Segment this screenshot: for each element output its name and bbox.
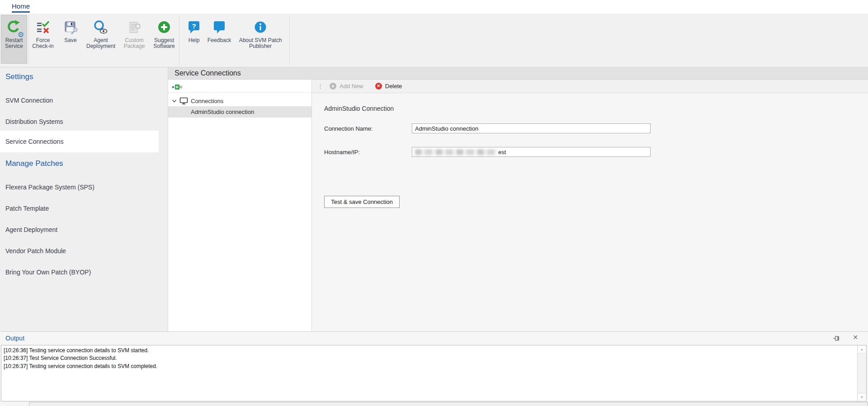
ribbon-separator	[28, 15, 29, 65]
button-label: RestartService	[5, 38, 23, 49]
ribbon-tab-row: Home	[0, 0, 868, 14]
agent-deployment-button[interactable]: AgentDeployment	[84, 15, 118, 64]
output-header: Output ✕	[0, 332, 868, 345]
log-line: [10:26:36] Testing service connection de…	[4, 347, 864, 354]
tab-home-label: Home	[12, 2, 30, 10]
monitor-icon	[179, 97, 188, 104]
force-checkin-button[interactable]: ForceCheck-in	[29, 15, 57, 64]
toolbar-grip-handle[interactable]: ⋮	[317, 83, 323, 90]
connection-detail-panel: ⋮ + Add New ✕ Delete AdminStudio Connect…	[312, 80, 868, 331]
gear-icon: ⚙	[18, 31, 24, 38]
button-label: Help	[189, 38, 200, 43]
content-area: Service Connections ABC Connections Admi…	[168, 67, 868, 331]
button-label: AgentDeployment	[86, 38, 115, 49]
button-label: Save	[64, 38, 76, 43]
output-title: Output	[5, 335, 24, 342]
save-icon	[63, 18, 78, 38]
output-panel: Output ✕ [10:26:36] Testing service conn…	[0, 331, 868, 406]
custom-package-icon	[127, 18, 142, 38]
sidebar-item-vendor-patch-module[interactable]: Vendor Patch Module	[0, 244, 159, 258]
add-icon: +	[330, 83, 336, 90]
delete-button[interactable]: ✕ Delete	[375, 83, 402, 90]
tab-home[interactable]: Home	[8, 1, 33, 13]
info-icon	[253, 18, 268, 38]
tab-home-underline	[12, 11, 30, 13]
log-line: [10:26:37] Testing service connection de…	[4, 363, 864, 370]
page-title: Service Connections	[168, 67, 868, 80]
tree-filter-row[interactable]: ABC	[168, 81, 311, 93]
button-label: About SVM PatchPublisher	[239, 38, 282, 49]
ribbon-separator	[179, 15, 179, 65]
connection-name-input[interactable]	[412, 123, 651, 133]
button-label: Feedback	[208, 38, 231, 43]
sidebar-item-patch-template[interactable]: Patch Template	[0, 202, 159, 215]
auto-hide-pin-icon[interactable]	[833, 335, 840, 344]
sidebar-item-service-connections[interactable]: Service Connections	[0, 131, 159, 152]
connection-name-row: Connection Name:	[324, 123, 868, 133]
output-log[interactable]: [10:26:36] Testing service connection de…	[1, 345, 867, 401]
button-label: ForceCheck-in	[32, 38, 53, 49]
test-and-save-connection-button[interactable]: Test & save Connection	[324, 196, 400, 208]
suggest-software-button[interactable]: SuggestSoftware	[151, 15, 178, 64]
log-line: [10:26:37] Test Service Connection Succe…	[4, 354, 864, 362]
add-new-button: + Add New	[330, 83, 363, 90]
tree-node-connections[interactable]: Connections	[168, 95, 311, 106]
sidebar: Settings SVM Connection Distribution Sys…	[0, 67, 168, 331]
agent-deployment-icon	[93, 18, 109, 38]
save-button[interactable]: Save	[58, 15, 83, 64]
tree-node-label: AdminStudio connection	[191, 109, 254, 115]
ribbon-body: ⚙ RestartService ForceCheck-in	[0, 14, 868, 67]
connection-name-label: Connection Name:	[324, 125, 412, 132]
svg-text:?: ?	[192, 22, 196, 30]
help-button[interactable]: ? Help	[183, 15, 205, 64]
restart-service-icon: ⚙	[6, 18, 22, 38]
chevron-down-icon[interactable]	[172, 99, 177, 103]
detail-form: AdminStudio Connection Connection Name: …	[312, 105, 868, 208]
sidebar-item-agent-deployment[interactable]: Agent Deployment	[0, 223, 159, 236]
ribbon: Home ⚙ RestartService	[0, 0, 868, 67]
sidebar-heading-manage-patches: Manage Patches	[5, 159, 63, 168]
output-horizontal-scrollbar[interactable]	[29, 402, 868, 406]
sidebar-item-svm-connection[interactable]: SVM Connection	[0, 94, 159, 107]
connection-detail-title: AdminStudio Connection	[324, 105, 868, 112]
tree-node-adminstudio-connection[interactable]: AdminStudio connection	[168, 106, 311, 118]
scroll-down-icon[interactable]: ▼	[858, 393, 866, 401]
hostname-row: Hostname/IP: est	[324, 147, 868, 157]
sidebar-item-bring-your-own-patch[interactable]: Bring Your Own Patch (BYOP)	[0, 265, 159, 279]
content-body: ABC Connections AdminStudio connection	[168, 80, 868, 331]
suggest-software-icon	[156, 18, 172, 38]
scroll-up-icon[interactable]: ▲	[858, 345, 866, 354]
hostname-input[interactable]: est	[412, 147, 651, 157]
abc-rename-filter-icon: ABC	[172, 85, 182, 90]
redacted-hostname-blur	[415, 149, 497, 155]
tree-node-label: Connections	[191, 98, 223, 104]
feedback-button[interactable]: Feedback	[205, 15, 233, 64]
svm-patch-publisher-window: Home ⚙ RestartService	[0, 0, 868, 406]
custom-package-button: CustomPackage	[119, 15, 150, 64]
help-icon: ?	[186, 18, 202, 38]
feedback-icon	[212, 18, 227, 38]
force-checkin-icon	[35, 18, 51, 38]
output-vertical-scrollbar[interactable]: ▲ ▼	[857, 345, 866, 401]
close-icon[interactable]: ✕	[853, 334, 858, 341]
restart-service-button[interactable]: ⚙ RestartService	[1, 15, 27, 64]
hostname-label: Hostname/IP:	[324, 149, 412, 156]
about-svm-patch-publisher-button[interactable]: About SVM PatchPublisher	[233, 15, 288, 64]
detail-toolbar: ⋮ + Add New ✕ Delete	[312, 80, 868, 93]
connections-tree-panel: ABC Connections AdminStudio connection	[168, 80, 312, 331]
sidebar-item-distribution-systems[interactable]: Distribution Systems	[0, 115, 159, 128]
hostname-visible-text: est	[498, 149, 506, 156]
button-label: CustomPackage	[124, 38, 145, 49]
delete-icon: ✕	[375, 83, 382, 90]
button-label: SuggestSoftware	[153, 38, 175, 49]
ribbon-separator	[289, 15, 290, 65]
sidebar-heading-settings: Settings	[5, 72, 33, 81]
sidebar-item-flexera-package-system[interactable]: Flexera Package System (SPS)	[0, 180, 159, 194]
